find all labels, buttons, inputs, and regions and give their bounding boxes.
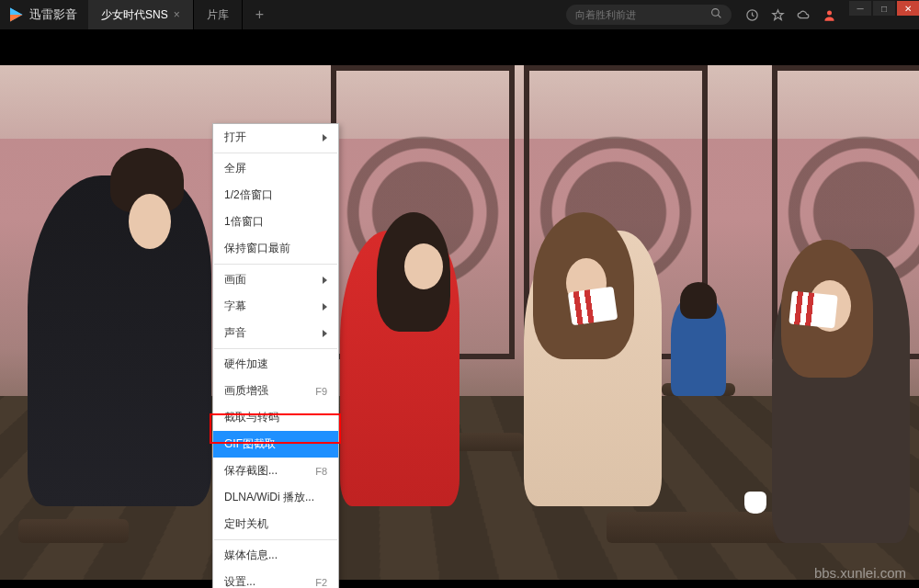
menu-save-screenshot[interactable]: 保存截图... F8 [213, 458, 338, 484]
menu-separator [214, 539, 337, 540]
menu-capture-transcode[interactable]: 截取与转码 [213, 404, 338, 431]
play-triangle-icon [7, 6, 24, 23]
tab-label: 少女时代SNS [101, 7, 168, 23]
tab-video-active[interactable]: 少女时代SNS × [88, 0, 194, 29]
tab-library[interactable]: 片库 [194, 0, 243, 29]
svg-point-3 [712, 9, 720, 17]
close-button[interactable]: ✕ [897, 1, 919, 16]
svg-marker-1 [10, 8, 23, 16]
tab-label: 片库 [207, 7, 229, 23]
menu-audio[interactable]: 声音 [213, 320, 338, 346]
shortcut-label: F8 [315, 466, 327, 477]
cloud-icon[interactable] [790, 0, 816, 29]
menu-gif-capture[interactable]: GIF图截取 [213, 431, 338, 458]
menu-separator [214, 153, 337, 153]
maximize-button[interactable]: □ [873, 1, 895, 16]
svg-line-4 [718, 15, 720, 17]
svg-point-6 [827, 10, 832, 15]
favorite-icon[interactable] [765, 0, 790, 29]
close-icon[interactable]: × [174, 8, 180, 21]
search-box[interactable] [566, 5, 732, 25]
watermark-text: bbs.xunlei.com [814, 565, 906, 581]
video-frame [0, 65, 919, 580]
tab-add-button[interactable]: + [243, 0, 277, 29]
history-icon[interactable] [739, 0, 765, 29]
menu-settings[interactable]: 设置... F2 [213, 569, 338, 588]
titlebar-right: ─ □ ✕ [566, 0, 919, 29]
menu-half-window[interactable]: 1/2倍窗口 [213, 182, 338, 209]
user-icon[interactable] [816, 0, 842, 29]
menu-separator [214, 348, 337, 349]
chevron-right-icon [323, 277, 327, 284]
menu-subtitle[interactable]: 字幕 [213, 293, 338, 320]
search-input[interactable] [575, 9, 705, 20]
app-logo: 迅雷影音 [0, 6, 85, 23]
menu-dlna[interactable]: DLNA/WiDi 播放... [213, 484, 338, 511]
chevron-right-icon [323, 303, 327, 311]
menu-fullscreen[interactable]: 全屏 [213, 155, 338, 182]
video-scene [0, 65, 919, 580]
menu-media-info[interactable]: 媒体信息... [213, 542, 338, 569]
chevron-right-icon [323, 134, 327, 141]
menu-picture-enhance[interactable]: 画质增强 F9 [213, 378, 338, 404]
window-controls: ─ □ ✕ [847, 14, 919, 16]
app-name: 迅雷影音 [29, 6, 77, 23]
menu-timer-shutdown[interactable]: 定时关机 [213, 511, 338, 537]
search-icon[interactable] [710, 7, 722, 22]
menu-separator [214, 264, 337, 265]
minimize-button[interactable]: ─ [849, 1, 871, 16]
menu-hw-accel[interactable]: 硬件加速 [213, 351, 338, 378]
menu-open[interactable]: 打开 [213, 124, 338, 151]
context-menu: 打开 全屏 1/2倍窗口 1倍窗口 保持窗口最前 画面 字幕 声音 硬件加速 画… [212, 123, 339, 588]
menu-keep-on-top[interactable]: 保持窗口最前 [213, 235, 338, 262]
shortcut-label: F2 [315, 577, 327, 588]
svg-marker-2 [10, 15, 23, 22]
menu-one-window[interactable]: 1倍窗口 [213, 209, 338, 235]
chevron-right-icon [323, 330, 327, 337]
video-area[interactable]: 打开 全屏 1/2倍窗口 1倍窗口 保持窗口最前 画面 字幕 声音 硬件加速 画… [0, 29, 919, 588]
title-bar: 迅雷影音 少女时代SNS × 片库 + ─ [0, 0, 919, 29]
shortcut-label: F9 [315, 386, 327, 397]
menu-picture[interactable]: 画面 [213, 266, 338, 293]
tab-strip: 少女时代SNS × 片库 + [88, 0, 277, 29]
